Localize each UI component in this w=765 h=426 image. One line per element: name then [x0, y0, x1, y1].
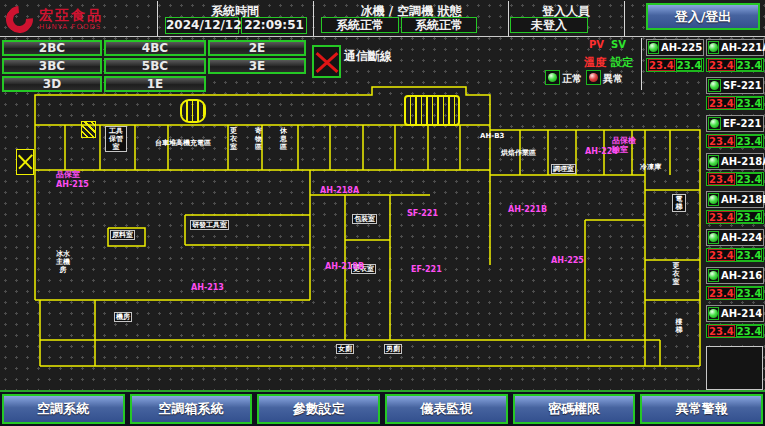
device-label-sf-221: SF-221 — [407, 209, 438, 218]
device-label-ah-215: AH-215 — [56, 180, 89, 189]
equip-cell-ah-224[interactable]: AH-224 — [706, 229, 764, 246]
floor-button-5bc[interactable]: 5BC — [104, 58, 206, 74]
nav-button-password-auth[interactable]: 密碼權限 — [513, 394, 636, 424]
pv-value: 23.4 — [708, 173, 735, 185]
sv-label: SV — [611, 39, 626, 50]
room-label: 樓梯 — [674, 318, 684, 334]
device-label-ah-218b: AH-218B — [325, 262, 364, 271]
shaft-icon — [16, 149, 34, 175]
device-label-ah-218a: AH-218A — [320, 186, 359, 195]
equip-cell-ah-214[interactable]: AH-214 — [706, 305, 764, 322]
equip-cell-ah-218b[interactable]: AH-218B — [706, 191, 764, 208]
equip-status-led — [708, 155, 719, 168]
room-label: 男廁 — [384, 344, 402, 354]
bottom-nav: 空調系統 空調箱系統 參數設定 儀表監視 密碼權限 異常警報 — [0, 390, 765, 426]
equip-values-ef-221: 23.4 23.4 — [706, 134, 764, 148]
comm-fail-icon — [312, 45, 341, 78]
room-label: 調理室 — [551, 164, 576, 174]
normal-legend-label: 正常 — [562, 72, 582, 86]
device-label-ah-221b: AH-221B — [508, 205, 547, 214]
equip-name: AH-221A — [721, 42, 765, 53]
chiller-status-value: 系統正常 — [321, 17, 399, 33]
floor-button-4bc[interactable]: 4BC — [104, 40, 206, 56]
header-divider — [313, 1, 314, 36]
nav-button-meter-monitor[interactable]: 儀表監視 — [385, 394, 508, 424]
room-label: 研發工具室 — [190, 220, 229, 230]
brand-name: 宏亞食品 — [39, 8, 103, 23]
device-label-qa-lab: 品保檢驗室 — [612, 136, 636, 154]
equip-status-led — [708, 41, 719, 54]
floor-button-3e[interactable]: 3E — [208, 58, 306, 74]
floor-button-2e[interactable]: 2E — [208, 40, 306, 56]
room-label: AH-B3 — [480, 132, 504, 140]
device-label-ah-213: AH-213 — [191, 283, 224, 292]
temp-label: 溫度 — [584, 55, 606, 70]
nav-button-parameters[interactable]: 參數設定 — [257, 394, 380, 424]
equip-name: AH-225 — [661, 42, 702, 53]
nav-button-abnormal-alarm[interactable]: 異常警報 — [640, 394, 763, 424]
equip-values-ah-216: 23.4 23.4 — [706, 286, 764, 300]
ac-status-value: 系統正常 — [401, 17, 477, 33]
header-underline — [0, 36, 765, 37]
equip-cell-ah-225[interactable]: AH-225 — [646, 39, 704, 56]
brand-logo: 宏亞食品 HUNYA FOODS — [6, 3, 156, 35]
equip-status-led — [708, 231, 719, 244]
pv-value: 23.4 — [708, 59, 735, 71]
pv-value: 23.4 — [708, 97, 735, 109]
equip-cell-ah-221a[interactable]: AH-221A — [706, 39, 764, 56]
sv-value: 23.4 — [736, 211, 763, 223]
nav-button-ac-system[interactable]: 空調系統 — [2, 394, 125, 424]
equip-values-ah-221a: 23.4 23.4 — [706, 58, 764, 72]
abnormal-legend-label: 異常 — [603, 72, 623, 86]
nav-button-ahu-system[interactable]: 空調箱系統 — [130, 394, 253, 424]
pv-value: 23.4 — [708, 135, 735, 147]
room-label: 更衣室 — [229, 127, 238, 151]
equip-status-led — [708, 117, 721, 130]
sv-value: 23.4 — [736, 325, 763, 337]
equip-values-ah-218a: 23.4 23.4 — [706, 172, 764, 186]
room-label: 冰水主機房 — [54, 250, 72, 274]
header-divider — [157, 1, 158, 36]
sv-value: 23.4 — [736, 97, 763, 109]
equip-cell-ah-216[interactable]: AH-216 — [706, 267, 764, 284]
device-label-ah-225: AH-225 — [551, 256, 584, 265]
equip-values-ah-225: 23.4 23.4 — [646, 58, 704, 72]
sv-value: 23.4 — [736, 249, 763, 261]
ladder-icon — [404, 95, 460, 126]
equip-status-led — [708, 269, 719, 282]
equip-cell-ah-218a[interactable]: AH-218A — [706, 153, 764, 170]
floor-button-1e[interactable]: 1E — [104, 76, 206, 92]
device-room-label-ah-215: 品保室 — [56, 170, 80, 179]
pv-value: 23.4 — [708, 249, 735, 261]
floor-button-3d[interactable]: 3D — [2, 76, 102, 92]
equip-values-ah-218b: 23.4 23.4 — [706, 210, 764, 224]
device-label-ef-221: EF-221 — [411, 265, 442, 274]
sv-value: 23.4 — [736, 59, 763, 71]
sv-value: 23.4 — [736, 287, 763, 299]
normal-led-icon — [545, 70, 560, 85]
room-label: 電梯 — [672, 194, 686, 212]
stair-icon — [81, 121, 96, 138]
room-label: 烘焙作業區 — [501, 149, 536, 157]
equip-status-led — [708, 193, 719, 206]
equip-name: EF-221 — [723, 118, 761, 129]
pv-value: 23.4 — [708, 325, 735, 337]
room-label: 原料室 — [110, 230, 135, 240]
panel-divider — [641, 38, 642, 90]
equip-cell-sf-221[interactable]: SF-221 — [706, 77, 764, 94]
login-logout-button[interactable]: 登入/登出 — [646, 3, 760, 30]
equip-empty-slot — [706, 346, 763, 390]
set-label: 設定 — [611, 55, 633, 70]
stair-icon — [180, 99, 206, 123]
pv-value: 23.4 — [708, 211, 735, 223]
floor-button-2bc[interactable]: 2BC — [2, 40, 102, 56]
room-label: 女廁 — [336, 344, 354, 354]
comm-fail-label: 通信斷線 — [344, 48, 392, 65]
equip-status-led — [648, 41, 659, 54]
equip-name: AH-218B — [721, 194, 765, 205]
pv-value: 23.4 — [708, 287, 735, 299]
header-divider — [624, 1, 625, 36]
equip-status-led — [708, 79, 721, 92]
floor-button-3bc[interactable]: 3BC — [2, 58, 102, 74]
equip-cell-ef-221[interactable]: EF-221 — [706, 115, 764, 132]
